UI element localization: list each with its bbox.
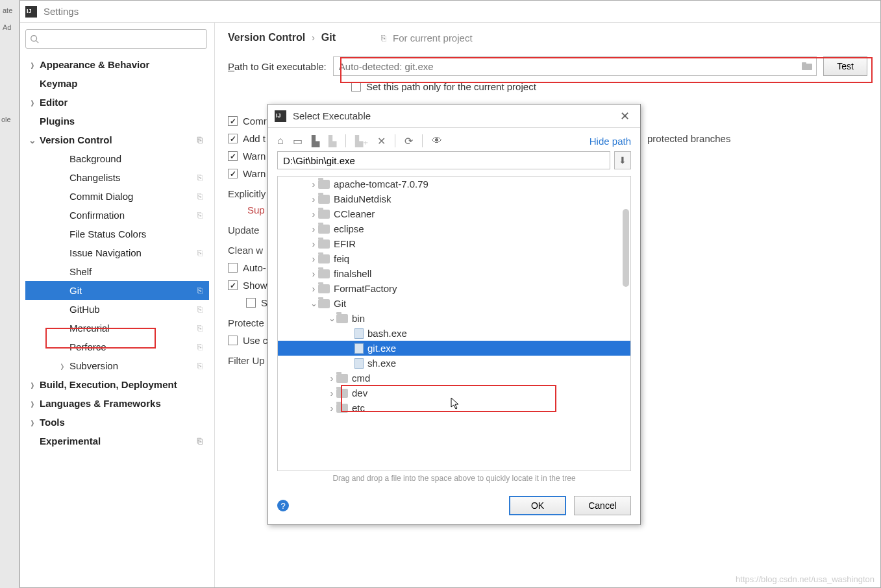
delete-icon[interactable]: ✕ — [377, 135, 386, 147]
folder-feiq[interactable]: feiq — [278, 251, 630, 266]
ok-button[interactable]: OK — [509, 496, 566, 515]
git-path-input-wrap — [333, 56, 817, 76]
sidebar-item-label: Plugins — [40, 116, 75, 127]
checkbox-path-only-project[interactable] — [351, 82, 361, 92]
sidebar-item-version-control[interactable]: Version Control⎘ — [25, 130, 209, 149]
folder-formatfactory[interactable]: FormatFactory — [278, 281, 630, 296]
sidebar-item-label: Git — [69, 285, 82, 296]
search-input[interactable] — [25, 29, 207, 49]
tree-arrow-icon — [309, 299, 318, 308]
checkbox[interactable] — [228, 151, 238, 161]
folder-baidunetdisk[interactable]: BaiduNetdisk — [278, 191, 630, 206]
tree-item-label: FormatFactory — [334, 283, 397, 294]
folder-icon — [318, 299, 330, 308]
sidebar-item-appearance-behavior[interactable]: Appearance & Behavior — [25, 55, 209, 74]
watermark: https://blog.csdn.net/usa_washington — [736, 574, 875, 584]
folder-icon — [318, 284, 330, 293]
folder-finalshell[interactable]: finalshell — [278, 266, 630, 281]
cancel-button[interactable]: Cancel — [574, 496, 631, 515]
sidebar-item-issue-navigation[interactable]: Issue Navigation⎘ — [25, 243, 209, 262]
browse-button[interactable] — [798, 57, 816, 75]
tree-item-label: EFIR — [334, 238, 356, 249]
tree-arrow-icon — [58, 230, 67, 239]
desktop-icon[interactable]: ▭ — [293, 135, 303, 147]
sidebar-item-file-status-colors[interactable]: File Status Colors — [25, 225, 209, 243]
project-icon[interactable]: ▙ — [312, 135, 319, 147]
sidebar-item-shelf[interactable]: Shelf — [25, 262, 209, 281]
sidebar-item-background[interactable]: Background — [25, 149, 209, 168]
sidebar-item-tools[interactable]: Tools — [25, 413, 209, 432]
refresh-icon[interactable]: ⟳ — [404, 135, 413, 147]
scrollbar[interactable] — [623, 209, 629, 287]
folder-efir[interactable]: EFIR — [278, 236, 630, 251]
folder-icon — [318, 254, 330, 263]
dialog-toolbar: ⌂ ▭ ▙ ▙ ▙₊ ✕ ⟳ 👁 Hide path — [268, 128, 640, 151]
sidebar-item-label: Perforce — [69, 341, 106, 352]
folder-apache-tomcat-7-0-79[interactable]: apache-tomcat-7.0.79 — [278, 177, 630, 191]
scope-label: For current project — [393, 32, 473, 43]
sidebar-item-plugins[interactable]: Plugins — [25, 112, 209, 130]
close-button[interactable]: ✕ — [616, 109, 634, 123]
tree-arrow-icon — [327, 402, 336, 413]
sidebar-item-mercurial[interactable]: Mercurial⎘ — [25, 319, 209, 337]
file-tree[interactable]: apache-tomcat-7.0.79BaiduNetdiskCCleaner… — [277, 176, 631, 471]
dialog-title: Select Executable — [293, 110, 616, 121]
test-button[interactable]: Test — [823, 56, 867, 76]
select-executable-dialog: Select Executable ✕ ⌂ ▭ ▙ ▙ ▙₊ ✕ ⟳ 👁 Hid… — [267, 104, 641, 525]
cursor-icon — [451, 397, 461, 413]
tree-arrow-icon — [28, 79, 37, 88]
breadcrumb-parent[interactable]: Version Control — [228, 32, 305, 43]
file-sh-exe[interactable]: sh.exe — [278, 356, 630, 371]
sidebar-item-build-execution-deployment[interactable]: Build, Execution, Deployment — [25, 375, 209, 394]
checkbox[interactable] — [228, 169, 238, 178]
sidebar-item-confirmation[interactable]: Confirmation⎘ — [25, 206, 209, 225]
sidebar-item-commit-dialog[interactable]: Commit Dialog⎘ — [25, 187, 209, 206]
sidebar-item-keymap[interactable]: Keymap — [25, 74, 209, 93]
module-icon[interactable]: ▙ — [329, 135, 336, 147]
tree-arrow-icon — [309, 193, 318, 204]
sidebar-item-changelists[interactable]: Changelists⎘ — [25, 168, 209, 187]
home-icon[interactable]: ⌂ — [277, 135, 284, 147]
help-button[interactable]: ? — [277, 500, 289, 511]
search-icon — [30, 34, 39, 43]
sidebar-item-github[interactable]: GitHub⎘ — [25, 300, 209, 319]
new-folder-icon[interactable]: ▙₊ — [355, 135, 368, 147]
app-icon — [275, 110, 286, 122]
sidebar-item-git[interactable]: Git⎘ — [25, 281, 209, 300]
folder-cmd[interactable]: cmd — [278, 371, 630, 386]
file-git-exe[interactable]: git.exe — [278, 341, 630, 356]
tree-arrow-icon — [58, 211, 67, 220]
dialog-hint: Drag and drop a file into the space abov… — [268, 471, 640, 489]
path-input[interactable] — [277, 151, 610, 169]
sidebar-item-label: Languages & Frameworks — [40, 398, 161, 409]
sidebar-item-languages-frameworks[interactable]: Languages & Frameworks — [25, 394, 209, 413]
title-bar: Settings — [20, 1, 880, 23]
project-scope-icon: ⎘ — [197, 361, 203, 371]
checkbox-label: Set this path only for the current proje… — [366, 81, 536, 92]
folder-git[interactable]: Git — [278, 296, 630, 311]
file-bash-exe[interactable]: bash.exe — [278, 326, 630, 341]
sidebar-item-label: Keymap — [40, 78, 77, 89]
hide-path-link[interactable]: Hide path — [589, 136, 631, 147]
checkbox[interactable] — [246, 298, 256, 308]
show-hidden-icon[interactable]: 👁 — [432, 135, 442, 147]
checkbox[interactable] — [228, 263, 238, 273]
folder-ccleaner[interactable]: CCleaner — [278, 206, 630, 221]
checkbox[interactable] — [228, 134, 238, 143]
file-icon — [354, 343, 364, 354]
folder-bin[interactable]: bin — [278, 311, 630, 326]
sidebar-item-subversion[interactable]: Subversion⎘ — [25, 356, 209, 375]
path-dropdown-button[interactable]: ⬇ — [614, 151, 631, 169]
folder-icon — [801, 62, 813, 71]
sidebar-item-experimental[interactable]: Experimental⎘ — [25, 432, 209, 450]
checkbox[interactable] — [228, 116, 238, 126]
checkbox[interactable] — [228, 336, 238, 345]
folder-eclipse[interactable]: eclipse — [278, 221, 630, 236]
tree-item-label: BaiduNetdisk — [334, 193, 391, 204]
sidebar-item-perforce[interactable]: Perforce⎘ — [25, 337, 209, 356]
project-scope-icon: ⎘ — [197, 210, 203, 220]
tree-arrow-icon — [58, 343, 67, 352]
git-path-input[interactable] — [334, 61, 798, 72]
checkbox[interactable] — [228, 280, 238, 290]
sidebar-item-editor[interactable]: Editor — [25, 93, 209, 112]
